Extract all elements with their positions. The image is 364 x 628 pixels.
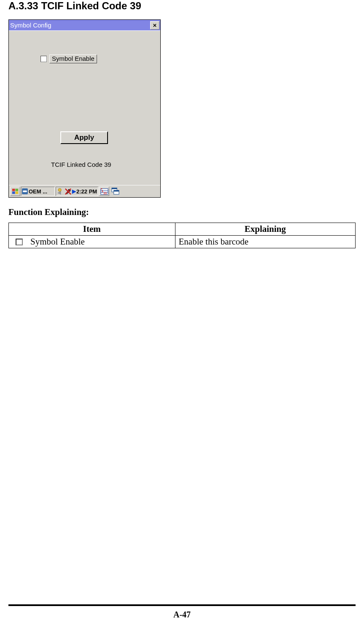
status-text: TCIF Linked Code 39 xyxy=(51,161,111,168)
titlebar: Symbol Config × xyxy=(9,20,160,30)
table-cell-item: Symbol Enable xyxy=(9,236,175,248)
tray-arrow-icon: ▶ xyxy=(72,188,76,194)
svg-rect-3 xyxy=(15,191,18,194)
desktop-button[interactable] xyxy=(110,187,120,196)
windows-flag-icon xyxy=(12,188,19,195)
taskbar-clock: 2:22 PM xyxy=(76,188,97,195)
cascade-windows-icon xyxy=(111,188,119,196)
svg-point-4 xyxy=(58,188,62,191)
page-number: A-47 xyxy=(0,610,364,620)
table-header-explaining: Explaining xyxy=(175,223,355,236)
svg-rect-2 xyxy=(12,191,15,194)
document-page: A.3.33 TCIF Linked Code 39 Symbol Config… xyxy=(0,0,364,628)
oem-button-label: OEM ... xyxy=(29,188,47,195)
svg-rect-17 xyxy=(113,190,119,191)
apply-button[interactable]: Apply xyxy=(60,131,108,144)
keyboard-icon: 123 xyxy=(100,188,108,196)
function-table: Item Explaining Symbol Enable Enable thi… xyxy=(8,223,356,248)
symbol-enable-checkbox[interactable] xyxy=(40,56,47,62)
table-cell-explain: Enable this barcode xyxy=(175,236,355,248)
sync-icon xyxy=(22,188,28,194)
sip-keyboard-button[interactable]: 123 xyxy=(99,187,109,196)
checkbox-icon xyxy=(16,239,23,245)
taskbar: OEM ... ▶ 2:22 PM 123 xyxy=(9,185,160,197)
table-header-row: Item Explaining xyxy=(9,223,356,236)
section-heading-main: A.3.33 TCIF Linked Code 39 xyxy=(8,0,356,12)
window-body: Symbol Enable Apply TCIF Linked Code 39 xyxy=(9,30,160,185)
svg-text:23: 23 xyxy=(103,192,107,195)
svg-rect-15 xyxy=(112,188,117,189)
footer-rule xyxy=(8,604,356,606)
function-explaining-heading: Function Explaining: xyxy=(8,207,356,217)
system-tray[interactable]: ▶ 2:22 PM xyxy=(56,187,98,196)
table-header-item: Item xyxy=(9,223,175,236)
taskbar-oem-button[interactable]: OEM ... xyxy=(21,187,55,196)
table-item-text: Symbol Enable xyxy=(30,237,85,247)
start-button[interactable] xyxy=(10,187,20,196)
volume-icon xyxy=(57,188,64,195)
close-icon: × xyxy=(153,22,157,28)
connection-icon xyxy=(65,188,72,195)
symbol-enable-label-button[interactable]: Symbol Enable xyxy=(49,54,97,63)
window-title: Symbol Config xyxy=(10,22,51,29)
svg-rect-0 xyxy=(12,188,15,191)
screenshot-window: Symbol Config × Symbol Enable Apply TCIF… xyxy=(8,19,161,198)
svg-rect-1 xyxy=(15,188,18,191)
symbol-enable-row: Symbol Enable xyxy=(40,54,97,63)
close-button[interactable]: × xyxy=(150,21,159,30)
table-row: Symbol Enable Enable this barcode xyxy=(9,236,356,248)
